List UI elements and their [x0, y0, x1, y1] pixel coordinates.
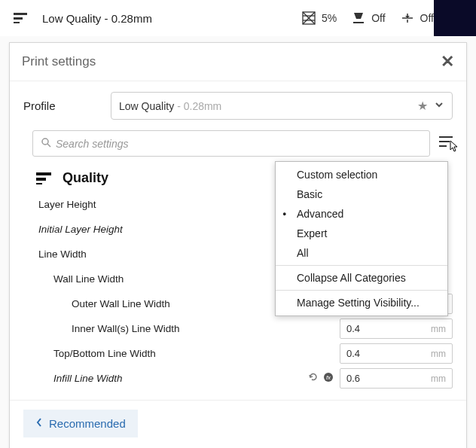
visibility-menu: Custom selection Basic Advanced Expert A…	[275, 161, 448, 316]
chevron-down-icon[interactable]	[434, 99, 444, 112]
setting-label: Outer Wall Line Width	[38, 298, 288, 309]
svg-rect-2	[14, 22, 20, 23]
close-icon[interactable]: ✕	[441, 52, 454, 72]
search-icon	[41, 137, 51, 150]
infill-indicator[interactable]: 5%	[301, 10, 337, 26]
menu-separator	[276, 290, 447, 291]
setting-label: Initial Layer Height	[38, 224, 288, 235]
setting-top-bottom-line-width: Top/Bottom Line Width 0.4 mm	[38, 341, 453, 366]
profile-sub: - 0.28mm	[177, 100, 221, 112]
reset-icon[interactable]	[308, 372, 319, 385]
support-indicator[interactable]: Off	[350, 10, 385, 26]
menu-basic[interactable]: Basic	[276, 184, 447, 204]
setting-label: Wall Line Width	[38, 273, 288, 285]
quality-icon	[12, 10, 29, 26]
value: 0.4	[346, 323, 431, 334]
quality-section-icon	[32, 172, 55, 185]
search-placeholder: Search settings	[56, 138, 129, 150]
setting-infill-line-width: Infill Line Width fx 0.6 mm	[38, 366, 453, 391]
svg-point-12	[42, 139, 48, 145]
svg-rect-18	[36, 178, 46, 181]
support-icon	[350, 10, 367, 26]
setting-label: Inner Wall(s) Line Width	[38, 323, 288, 334]
menu-collapse-all[interactable]: Collapse All Categories	[276, 268, 447, 288]
setting-label: Infill Line Width	[38, 373, 288, 384]
svg-rect-17	[36, 172, 51, 175]
setting-inner-wall-line-width: Inner Wall(s) Line Width 0.4 mm	[38, 316, 453, 341]
star-icon[interactable]: ★	[417, 99, 428, 113]
adhesion-icon	[399, 10, 416, 26]
menu-separator	[276, 265, 447, 266]
support-value: Off	[371, 12, 385, 24]
chevron-left-icon	[35, 417, 43, 430]
panel-footer: Recommended	[10, 400, 466, 446]
profile-label: Profile	[23, 99, 99, 112]
svg-rect-8	[353, 22, 364, 23]
menu-expert[interactable]: Expert	[276, 224, 447, 243]
panel-title: Print settings	[22, 54, 96, 69]
unit: mm	[431, 349, 446, 359]
profile-name: Low Quality	[119, 100, 174, 112]
topbar-title[interactable]: Low Quality - 0.28mm	[42, 12, 152, 25]
svg-rect-1	[14, 17, 23, 20]
recommended-label: Recommended	[49, 417, 126, 430]
value-input[interactable]: 0.4 mm	[340, 343, 453, 364]
topbar: Low Quality - 0.28mm 5% Off Off	[0, 0, 476, 36]
cursor-icon	[450, 140, 460, 154]
infill-icon	[301, 10, 317, 26]
menu-advanced[interactable]: Advanced	[276, 204, 447, 224]
value: 0.4	[346, 348, 431, 359]
section-title-text: Quality	[63, 170, 108, 186]
unit: mm	[431, 324, 446, 334]
svg-rect-19	[36, 183, 42, 184]
formula-icon[interactable]: fx	[323, 372, 334, 385]
adhesion-indicator[interactable]: Off	[399, 10, 434, 26]
recommended-button[interactable]: Recommended	[23, 410, 138, 437]
adhesion-value: Off	[420, 12, 434, 24]
menu-manage-visibility[interactable]: Manage Setting Visibility...	[276, 293, 447, 312]
visibility-menu-button[interactable]	[439, 136, 453, 151]
profile-select[interactable]: Low Quality - 0.28mm ★	[111, 92, 453, 120]
search-row: Search settings	[10, 127, 466, 164]
window-corner	[434, 0, 476, 36]
menu-custom-selection[interactable]: Custom selection	[276, 165, 447, 184]
value: 0.6	[346, 373, 431, 384]
panel-header: Print settings ✕	[10, 43, 466, 81]
setting-label: Top/Bottom Line Width	[38, 348, 288, 359]
setting-label: Layer Height	[38, 199, 288, 210]
value-input[interactable]: 0.4 mm	[340, 318, 453, 339]
setting-label: Line Width	[38, 248, 288, 260]
svg-text:fx: fx	[326, 374, 331, 381]
unit: mm	[431, 373, 446, 384]
value-input[interactable]: 0.6 mm	[340, 368, 453, 389]
search-input[interactable]: Search settings	[32, 130, 430, 157]
menu-all[interactable]: All	[276, 243, 447, 263]
profile-row: Profile Low Quality - 0.28mm ★	[10, 81, 466, 127]
infill-value: 5%	[322, 12, 337, 24]
svg-line-13	[47, 144, 50, 147]
svg-rect-0	[14, 13, 27, 15]
